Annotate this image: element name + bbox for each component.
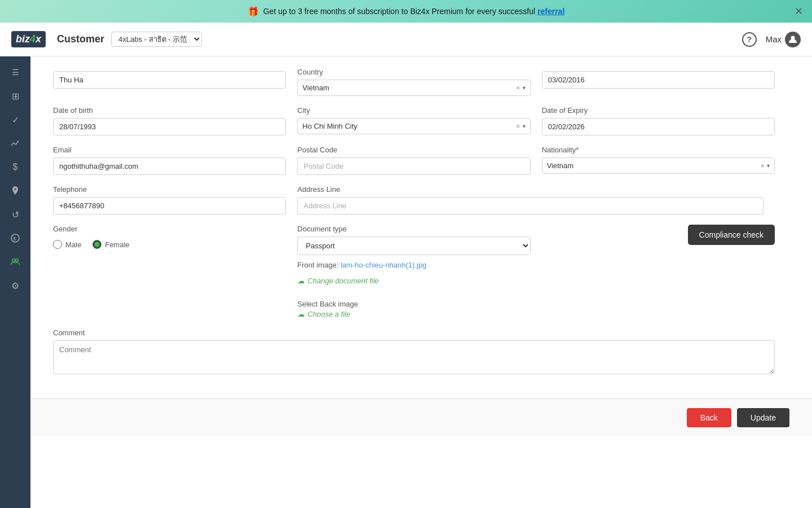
- sidebar: ☰ ⊞ ✓ $ ↺ $ ⚙: [0, 56, 30, 508]
- comment-section: Comment: [53, 329, 775, 376]
- country-label: Country: [297, 68, 530, 76]
- nationality-value: Vietnam: [547, 161, 761, 170]
- sidebar-item-settings[interactable]: ⚙: [5, 275, 25, 296]
- radio-female-input[interactable]: [92, 240, 102, 249]
- svg-point-3: [12, 259, 15, 262]
- form-row-2: Date of birth City Ho Chi Minh City × ▾ …: [53, 106, 775, 135]
- user-name: Max: [766, 34, 782, 44]
- back-image-section: Select Back image ☁ Choose a file: [297, 300, 530, 318]
- postal-code-input[interactable]: [297, 157, 530, 175]
- header-right: ? Max: [742, 32, 801, 47]
- front-image-label: Front image:: [297, 261, 341, 269]
- form-area: Country Vietnam × ▾ Date of birth: [30, 56, 797, 398]
- sidebar-item-transactions[interactable]: ✓: [5, 110, 25, 130]
- city-select[interactable]: Ho Chi Minh City × ▾: [297, 118, 530, 134]
- postal-code-group: Postal Code: [297, 146, 530, 175]
- document-section: Document type Passport ID Card Driver's …: [297, 225, 530, 318]
- back-button[interactable]: Back: [687, 408, 731, 427]
- email-group: Email: [53, 146, 286, 175]
- radio-male[interactable]: Male: [53, 240, 81, 249]
- footer-actions: Back Update: [30, 398, 812, 436]
- country-select[interactable]: Vietnam × ▾: [297, 80, 530, 96]
- user-avatar: [785, 32, 801, 47]
- menu-toggle[interactable]: ☰: [5, 62, 25, 82]
- compliance-col: Compliance check: [542, 225, 775, 245]
- gender-label: Gender: [53, 225, 286, 233]
- country-arrow-icon: ▾: [523, 85, 526, 91]
- gift-icon: 🎁: [248, 6, 259, 17]
- nationality-select[interactable]: Vietnam × ▾: [542, 157, 775, 174]
- svg-point-4: [16, 259, 19, 262]
- banner-text: Get up to 3 free months of subscription …: [263, 7, 565, 16]
- sidebar-item-location[interactable]: [5, 181, 25, 201]
- svg-text:$: $: [13, 236, 16, 242]
- country-value: Vietnam: [302, 84, 516, 92]
- header: biz4x Customer 4xLabs - สาธิต - 示范 ? Max: [0, 23, 812, 56]
- city-clear-icon[interactable]: ×: [516, 122, 520, 130]
- country-clear-icon[interactable]: ×: [516, 84, 520, 92]
- country-group: Country Vietnam × ▾: [297, 68, 530, 96]
- dob-input[interactable]: [53, 118, 286, 135]
- city-value: Ho Chi Minh City: [302, 122, 516, 130]
- radio-female[interactable]: Female: [92, 240, 129, 249]
- city-label: City: [297, 106, 530, 115]
- name-group: [53, 68, 286, 96]
- expiry-date-input[interactable]: [542, 118, 775, 135]
- comment-input[interactable]: [53, 340, 775, 374]
- change-doc-file[interactable]: ☁ Change document file: [297, 277, 530, 285]
- nationality-label: Nationality*: [542, 146, 775, 154]
- sidebar-item-customers[interactable]: [5, 252, 25, 272]
- sidebar-item-rates[interactable]: $: [5, 228, 25, 248]
- doc-type-group: Document type Passport ID Card Driver's …: [297, 225, 530, 255]
- sidebar-item-exchange[interactable]: ↺: [5, 204, 25, 225]
- address-line-group: Address Line: [297, 185, 530, 214]
- telephone-label: Telephone: [53, 185, 286, 194]
- referral-link[interactable]: referral: [537, 7, 564, 16]
- close-banner-button[interactable]: ✕: [795, 5, 803, 17]
- select-back-label: Select Back image: [297, 300, 530, 308]
- city-group: City Ho Chi Minh City × ▾: [297, 106, 530, 135]
- form-row-5: Gender Male Female Documen: [53, 225, 775, 318]
- sidebar-item-analytics[interactable]: [5, 133, 25, 154]
- update-button[interactable]: Update: [737, 408, 789, 427]
- address-line-label: Address Line: [297, 185, 530, 194]
- layout: ☰ ⊞ ✓ $ ↺ $ ⚙ Country: [0, 56, 812, 508]
- postal-code-label: Postal Code: [297, 146, 530, 154]
- org-selector[interactable]: 4xLabs - สาธิต - 示范: [111, 32, 202, 47]
- expiry-date-group: Date of Expiry: [542, 106, 775, 135]
- gender-group: Gender Male Female: [53, 225, 286, 249]
- form-row-3: Email Postal Code Nationality* Vietnam ×…: [53, 146, 775, 175]
- front-image-link[interactable]: lam-ho-chieu-nhanh(1).jpg: [341, 261, 426, 269]
- help-icon[interactable]: ?: [742, 32, 757, 47]
- telephone-input[interactable]: [53, 197, 286, 214]
- doc-type-select[interactable]: Passport ID Card Driver's License: [297, 237, 530, 255]
- nationality-clear-icon[interactable]: ×: [760, 161, 765, 170]
- radio-group: Male Female: [53, 240, 286, 249]
- email-label: Email: [53, 146, 286, 154]
- issue-date-group: [542, 68, 775, 96]
- upload-back-icon: ☁: [297, 310, 304, 318]
- user-area[interactable]: Max: [766, 32, 801, 47]
- radio-male-input[interactable]: [53, 240, 62, 249]
- sidebar-item-dashboard[interactable]: ⊞: [5, 86, 25, 106]
- change-doc-label: Change document file: [307, 277, 378, 285]
- choose-file-action[interactable]: ☁ Choose a file: [297, 310, 530, 318]
- issue-date-input[interactable]: [542, 71, 775, 89]
- radio-male-label: Male: [65, 240, 81, 249]
- comment-label: Comment: [53, 329, 775, 337]
- doc-type-label: Document type: [297, 225, 530, 233]
- city-arrow-icon: ▾: [523, 123, 526, 129]
- email-input[interactable]: [53, 157, 286, 175]
- logo-text: biz4x: [11, 31, 46, 47]
- nationality-group: Nationality* Vietnam × ▾: [542, 146, 775, 175]
- compliance-check-button[interactable]: Compliance check: [688, 225, 775, 245]
- upload-icon: ☁: [297, 277, 304, 285]
- main-content: Country Vietnam × ▾ Date of birth: [30, 56, 812, 508]
- choose-file-label: Choose a file: [307, 310, 350, 318]
- logo: biz4x: [11, 31, 46, 47]
- sidebar-item-currency[interactable]: $: [5, 157, 25, 177]
- top-banner: 🎁 Get up to 3 free months of subscriptio…: [0, 0, 812, 23]
- telephone-group: Telephone: [53, 185, 286, 214]
- name-input[interactable]: [53, 71, 286, 89]
- nav-label: Customer: [57, 33, 104, 45]
